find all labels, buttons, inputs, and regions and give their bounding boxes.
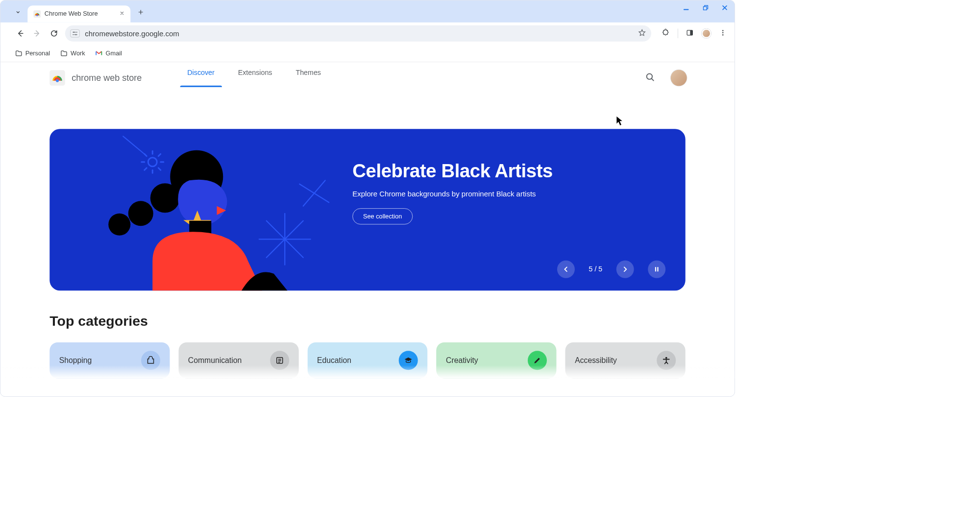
close-icon xyxy=(120,11,125,16)
pause-icon xyxy=(654,266,661,273)
overflow-menu-button[interactable] xyxy=(719,29,727,38)
carousel-prev-button[interactable] xyxy=(557,261,575,278)
svg-rect-35 xyxy=(657,267,658,271)
category-card-creativity[interactable]: Creativity xyxy=(437,342,557,379)
tab-close-button[interactable] xyxy=(120,11,125,18)
arrow-left-icon xyxy=(16,29,24,38)
hero-cta-button[interactable]: See collection xyxy=(352,208,413,224)
restore-icon xyxy=(702,4,709,11)
brand-name: chrome web store xyxy=(72,73,142,83)
site-header: chrome web store Discover Extensions The… xyxy=(0,62,735,94)
profile-avatar-toolbar[interactable] xyxy=(702,29,711,39)
carousel-pause-button[interactable] xyxy=(648,261,665,278)
sidepanel-icon xyxy=(686,29,693,36)
svg-line-24 xyxy=(145,154,147,156)
svg-point-3 xyxy=(74,32,75,33)
plus-icon xyxy=(138,9,145,16)
window-close-button[interactable] xyxy=(721,4,728,11)
new-tab-button[interactable] xyxy=(134,5,147,19)
category-icon-chip xyxy=(270,351,289,370)
category-label: Shopping xyxy=(59,356,92,365)
nav-tab-discover[interactable]: Discover xyxy=(186,69,216,87)
bookmark-label: Personal xyxy=(25,49,50,57)
carousel-controls: 5 / 5 xyxy=(557,261,665,278)
puzzle-icon xyxy=(662,29,670,37)
category-card-shopping[interactable]: Shopping xyxy=(49,342,170,379)
svg-line-25 xyxy=(158,168,161,170)
svg-point-40 xyxy=(665,357,667,359)
site-settings-chip[interactable] xyxy=(70,29,80,38)
url-text: chromewebstore.google.com xyxy=(85,29,179,38)
tab-search-button[interactable] xyxy=(11,5,24,19)
window-minimize-button[interactable] xyxy=(683,4,690,11)
chevron-down-icon xyxy=(15,9,21,15)
bookmark-label: Work xyxy=(71,49,85,57)
reload-icon xyxy=(50,29,58,38)
reload-button[interactable] xyxy=(48,27,60,39)
category-card-accessibility[interactable]: Accessibility xyxy=(565,342,686,379)
address-bar[interactable]: chromewebstore.google.com xyxy=(65,25,651,42)
chevron-right-icon xyxy=(621,265,629,273)
hero-title: Celebrate Black Artists xyxy=(352,160,663,181)
bookmark-gmail[interactable]: Gmail xyxy=(96,49,122,57)
svg-rect-34 xyxy=(655,267,656,271)
star-icon xyxy=(638,29,646,37)
category-icon-chip xyxy=(528,351,547,370)
tune-icon xyxy=(72,31,78,36)
category-row: ShoppingCommunicationEducationCreativity… xyxy=(49,342,686,379)
nav-tab-extensions[interactable]: Extensions xyxy=(237,69,274,87)
category-icon-chip xyxy=(657,351,676,370)
forward-button[interactable] xyxy=(31,27,43,39)
hero-subtitle: Explore Chrome backgrounds by prominent … xyxy=(352,190,663,198)
svg-point-0 xyxy=(36,15,38,16)
svg-line-26 xyxy=(145,168,147,170)
svg-point-10 xyxy=(56,79,59,82)
carousel-position: 5 / 5 xyxy=(589,265,603,274)
category-card-communication[interactable]: Communication xyxy=(178,342,298,379)
browser-window: Chrome Web Store chromewebstore.google.c… xyxy=(0,0,735,397)
bookmarks-bar: Personal Work Gmail xyxy=(0,45,735,62)
store-logo xyxy=(49,70,65,86)
top-categories-section: Top categories ShoppingCommunicationEduc… xyxy=(0,290,735,378)
section-title: Top categories xyxy=(49,313,686,329)
svg-point-31 xyxy=(108,214,130,236)
nav-tab-themes[interactable]: Themes xyxy=(294,69,322,87)
side-panel-button[interactable] xyxy=(686,29,693,38)
brand[interactable]: chrome web store xyxy=(49,70,142,86)
carousel-next-button[interactable] xyxy=(616,261,634,278)
svg-point-30 xyxy=(128,201,153,226)
bookmark-folder-work[interactable]: Work xyxy=(60,49,85,57)
category-icon-chip xyxy=(399,351,418,370)
search-button[interactable] xyxy=(645,72,655,84)
tab-strip: Chrome Web Store xyxy=(0,0,735,23)
window-restore-button[interactable] xyxy=(702,4,709,11)
bookmark-star-button[interactable] xyxy=(638,29,646,39)
svg-point-29 xyxy=(150,183,180,213)
back-button[interactable] xyxy=(14,27,26,39)
svg-point-7 xyxy=(722,30,724,31)
folder-icon xyxy=(15,49,23,57)
category-icon-chip xyxy=(141,351,160,370)
svg-rect-2 xyxy=(704,7,707,10)
extensions-button[interactable] xyxy=(662,29,670,39)
nav-tabs: Discover Extensions Themes xyxy=(186,69,322,87)
chevron-left-icon xyxy=(563,265,570,273)
bookmark-folder-personal[interactable]: Personal xyxy=(15,49,50,57)
svg-point-19 xyxy=(148,158,157,167)
gmail-icon xyxy=(96,49,103,57)
svg-line-14 xyxy=(299,184,329,203)
tab-favicon xyxy=(33,10,41,18)
browser-tab[interactable]: Chrome Web Store xyxy=(27,5,130,23)
chrome-store-icon xyxy=(52,72,63,84)
minimize-icon xyxy=(683,4,690,11)
svg-point-9 xyxy=(722,34,724,36)
hero-carousel[interactable]: Celebrate Black Artists Explore Chrome b… xyxy=(49,129,686,290)
toolbar-action-icons xyxy=(662,29,727,39)
category-label: Communication xyxy=(188,356,242,365)
svg-line-12 xyxy=(123,136,145,155)
category-card-education[interactable]: Education xyxy=(307,342,427,379)
svg-rect-6 xyxy=(690,30,692,35)
category-label: Education xyxy=(317,356,351,365)
profile-avatar[interactable] xyxy=(671,70,687,86)
close-icon xyxy=(721,4,728,11)
